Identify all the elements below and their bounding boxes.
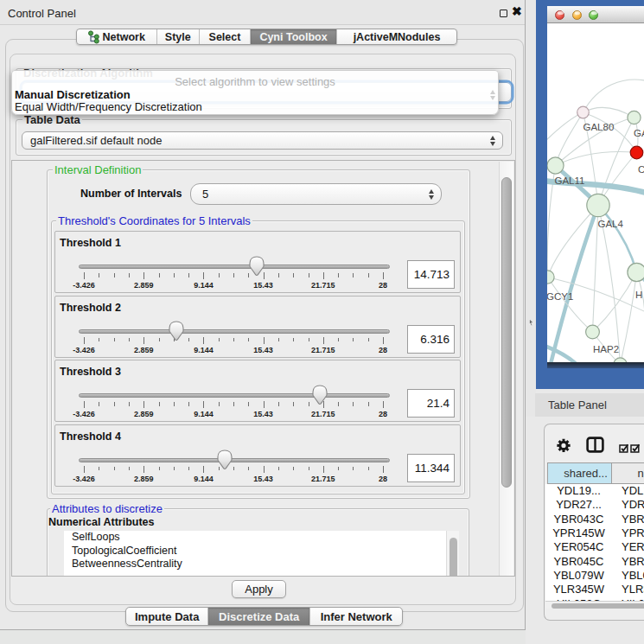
tab-label: Impute Data xyxy=(135,610,199,623)
network-graph[interactable]: GAL80GACGAL11GAL4GCY1HHAP2 xyxy=(547,23,644,362)
table-horizontal-scrollbar[interactable] xyxy=(545,601,644,609)
tab-jactivemnodules[interactable]: jActiveMNodules xyxy=(337,29,456,44)
network-node-gal80[interactable] xyxy=(577,106,590,118)
slider-track[interactable] xyxy=(79,329,390,334)
tab-style[interactable]: Style xyxy=(157,29,201,44)
checkbox-icon[interactable] xyxy=(619,441,629,456)
threshold-label: Threshold 4 xyxy=(60,430,121,443)
split-columns-icon[interactable] xyxy=(586,437,604,456)
table-row[interactable]: YLR345WYLR3 xyxy=(545,583,644,596)
slider-tick-label: 28 xyxy=(379,346,387,354)
cyni-mode-tabs: Impute DataDiscretize DataInfer Network xyxy=(125,607,403,626)
slider-tick-label: 15.43 xyxy=(253,410,273,418)
attribute-list-item[interactable]: SelfLoops xyxy=(64,531,459,545)
attributes-group-title: Attributes to discretize xyxy=(50,502,164,515)
network-canvas-shadow xyxy=(547,362,644,368)
numerical-attributes-list[interactable]: SelfLoopsTopologicalCoefficientBetweenne… xyxy=(64,531,459,577)
slider-tick xyxy=(159,338,160,342)
network-node-gcy1[interactable] xyxy=(547,271,554,284)
checkbox-icon[interactable] xyxy=(630,441,641,456)
slider-thumb[interactable] xyxy=(249,256,265,277)
threshold-value-field[interactable]: 21.4 xyxy=(407,389,455,418)
slider-thumb[interactable] xyxy=(312,385,328,405)
threshold-value-field[interactable]: 14.713 xyxy=(407,260,455,289)
tab-cyni-toolbox[interactable]: Cyni Toolbox xyxy=(251,29,337,44)
slider-track[interactable] xyxy=(79,458,390,462)
network-node-c[interactable] xyxy=(630,146,643,159)
table-row[interactable]: YDL19...YDL1 xyxy=(545,484,644,498)
network-edge xyxy=(621,272,637,362)
cell-shared-name: YDR27... xyxy=(545,498,612,512)
attribute-list-item[interactable]: BetweennessCentrality xyxy=(64,558,459,571)
attributes-scrollbar[interactable] xyxy=(446,531,459,577)
slider-thumb[interactable] xyxy=(169,321,184,341)
number-of-intervals-combobox[interactable]: 5 xyxy=(190,183,442,205)
slider-tick xyxy=(264,466,265,473)
threshold-value-field[interactable]: 11.344 xyxy=(407,454,455,482)
cell-shared-name: YLR345W xyxy=(545,583,612,596)
table-row[interactable]: YBR043CYBR0 xyxy=(545,513,644,526)
yellow-traffic-light-icon[interactable] xyxy=(572,10,582,20)
column-header-shared-name[interactable]: shared... xyxy=(547,462,612,484)
apply-button[interactable]: Apply xyxy=(232,580,286,598)
network-node-ga[interactable] xyxy=(628,111,641,124)
network-canvas[interactable]: GAL80GACGAL11GAL4GCY1HHAP2 xyxy=(547,23,644,362)
popup-item[interactable]: Equal Width/Frequency Discretization xyxy=(12,101,498,114)
table-row[interactable]: YBL079WYBL0 xyxy=(545,569,644,583)
tab-select[interactable]: Select xyxy=(200,29,251,44)
green-traffic-light-icon[interactable] xyxy=(589,10,598,20)
network-node-gal4[interactable] xyxy=(587,194,609,216)
slider-tick xyxy=(203,401,204,408)
attributes-scrollbar-thumb[interactable] xyxy=(450,538,457,577)
cell-name: YBR0 xyxy=(612,513,644,526)
slider-tick-label: 2.859 xyxy=(134,281,154,290)
network-node-h[interactable] xyxy=(628,263,644,281)
table-horizontal-scrollbar-thumb[interactable] xyxy=(552,603,644,609)
popup-item[interactable]: Select algorithm to view settings xyxy=(12,76,498,89)
slider-tick xyxy=(293,338,294,342)
slider-tick xyxy=(219,273,220,277)
tab-label: jActiveMNodules xyxy=(354,31,441,43)
slider-tick xyxy=(293,467,294,471)
tab-impute-data[interactable]: Impute Data xyxy=(126,608,208,625)
table-row[interactable]: YBR045CYBR0 xyxy=(545,555,644,569)
slider-tick-label: -3.426 xyxy=(73,281,95,290)
cell-shared-name: YBL079W xyxy=(545,569,612,583)
tab-network[interactable]: Network xyxy=(77,29,157,44)
slider-thumb[interactable] xyxy=(217,450,233,470)
table-data-combobox[interactable]: galFiltered.sif default node xyxy=(22,131,503,150)
slider-tick xyxy=(323,337,324,344)
tab-discretize-data[interactable]: Discretize Data xyxy=(208,608,310,625)
network-node-gal11[interactable] xyxy=(547,157,564,174)
tab-infer-network[interactable]: Infer Network xyxy=(310,608,403,625)
slider-tick xyxy=(114,338,115,342)
table-row[interactable]: YER054CYER0 xyxy=(545,540,644,554)
threshold-value-field[interactable]: 6.316 xyxy=(407,325,455,354)
tab-label: Cyni Toolbox xyxy=(259,31,327,43)
network-node-hap2[interactable] xyxy=(586,325,600,339)
slider-tick xyxy=(84,337,85,344)
column-header-name[interactable]: n... xyxy=(612,462,644,484)
table-row[interactable]: YPR145WYPR1 xyxy=(545,526,644,540)
attribute-list-item[interactable]: TopologicalCoefficient xyxy=(64,545,459,558)
table-row[interactable]: YDR27...YDR2 xyxy=(545,498,644,512)
slider-track[interactable] xyxy=(79,265,390,269)
gear-icon[interactable] xyxy=(557,438,571,456)
cell-shared-name: YBR043C xyxy=(545,513,612,526)
slider-tick xyxy=(188,273,189,277)
slider-tick xyxy=(338,273,339,277)
slider-tick xyxy=(84,466,85,473)
slider-tick xyxy=(309,467,309,471)
float-window-icon[interactable] xyxy=(500,10,507,17)
settings-scrollbar-thumb[interactable] xyxy=(501,177,512,488)
slider-tick xyxy=(248,338,249,342)
slider-tick xyxy=(143,401,144,408)
red-traffic-light-icon[interactable] xyxy=(555,10,564,20)
combo-arrows-icon xyxy=(490,89,495,101)
close-icon[interactable]: ✖ xyxy=(512,4,522,18)
settings-scrollbar[interactable] xyxy=(499,162,513,577)
cell-name: YDL1 xyxy=(612,484,644,498)
slider-tick xyxy=(159,467,160,471)
popup-item[interactable]: Manual Discretization xyxy=(12,89,498,102)
slider-track[interactable] xyxy=(79,393,390,398)
